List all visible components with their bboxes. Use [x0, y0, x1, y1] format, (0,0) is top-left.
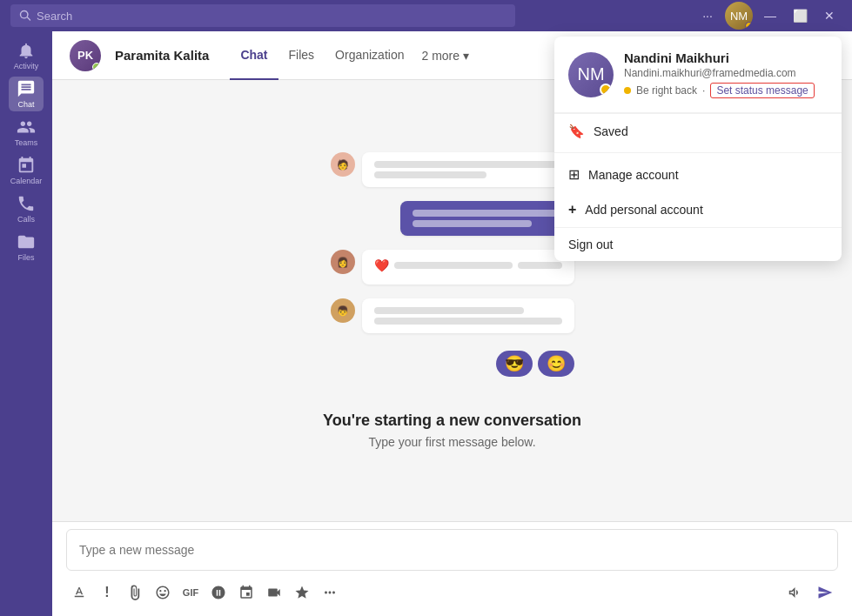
dropdown-avatar-status — [600, 84, 612, 96]
search-icon — [19, 10, 31, 22]
format-icon — [71, 585, 87, 600]
calls-icon — [17, 194, 36, 213]
dropdown-divider-2 — [554, 152, 842, 153]
user-dropdown-menu: NM Nandini Maikhuri Nandini.maikhuri@fra… — [554, 37, 842, 261]
more-actions-button[interactable] — [317, 579, 343, 606]
set-status-button[interactable]: Set status message — [710, 83, 814, 98]
tab-more-label: 2 more — [421, 49, 460, 63]
meet-button[interactable] — [261, 579, 287, 606]
bookmark-icon: 🔖 — [568, 124, 585, 139]
dropdown-user-info: Nandini Maikhuri Nandini.maikhuri@framed… — [624, 50, 828, 98]
dropdown-header: NM Nandini Maikhuri Nandini.maikhuri@fra… — [554, 37, 842, 113]
important-button[interactable]: ! — [94, 579, 120, 606]
gif-button[interactable]: GIF — [178, 579, 204, 606]
dropdown-status-text: Be right back — [636, 84, 697, 97]
dropdown-item-manage-account[interactable]: ⊞ Manage account — [554, 157, 842, 192]
dropdown-status-row: Be right back · Set status message — [624, 83, 828, 98]
illustration-bubble-1 — [362, 152, 574, 187]
attach-button[interactable] — [122, 579, 148, 606]
schedule-icon — [238, 585, 254, 600]
dropdown-user-email: Nandini.maikhuri@framedmedia.com — [624, 67, 828, 79]
send-button[interactable] — [812, 579, 838, 606]
files-icon — [17, 232, 36, 251]
chat-icon — [17, 79, 36, 98]
emoji-smiley: 😊 — [538, 351, 574, 377]
dropdown-item-add-personal-label: Add personal account — [585, 203, 702, 217]
more-options-button[interactable]: ··· — [695, 3, 720, 28]
message-input[interactable] — [79, 543, 825, 557]
chat-user-name: Paramita Kalita — [115, 48, 209, 63]
illustration-bubble-4 — [362, 298, 574, 333]
format-button[interactable] — [66, 579, 92, 606]
schedule-button[interactable] — [233, 579, 259, 606]
illustration-avatar-2: 👩 — [331, 250, 355, 274]
illustration-bubble-3: ❤️ — [362, 250, 574, 285]
sidebar-item-teams-label: Teams — [15, 138, 38, 147]
status-dot-yellow — [624, 87, 631, 94]
audio-button[interactable] — [781, 579, 807, 606]
message-toolbar: ! GIF — [66, 576, 838, 609]
sidebar-item-activity[interactable]: Activity — [9, 38, 44, 73]
new-conversation-subtext: Type your first message below. — [323, 435, 581, 449]
sticker-icon — [211, 585, 226, 600]
illustration-avatar-1: 🧑 — [331, 152, 355, 177]
sidebar-item-calendar[interactable]: Calendar — [9, 153, 44, 188]
more-actions-icon — [322, 585, 338, 600]
attach-icon — [127, 585, 143, 600]
user-online-status — [92, 63, 101, 71]
search-box[interactable] — [10, 4, 515, 27]
dropdown-user-name: Nandini Maikhuri — [624, 50, 828, 65]
dropdown-item-manage-label: Manage account — [588, 168, 679, 182]
emoji-sunglasses: 😎 — [496, 351, 533, 377]
sidebar-item-activity-label: Activity — [14, 62, 39, 70]
sidebar-item-teams[interactable]: Teams — [9, 115, 44, 150]
sidebar-item-chat-label: Chat — [17, 100, 34, 109]
title-bar: ··· NM — ⬜ ✕ — [0, 0, 852, 31]
add-personal-icon: + — [568, 202, 576, 218]
tab-files[interactable]: Files — [278, 31, 325, 80]
new-conversation-heading: You're starting a new conversation — [323, 412, 581, 430]
user-avatar-button[interactable]: NM — [725, 2, 753, 30]
important-icon: ! — [104, 585, 109, 600]
tab-more[interactable]: 2 more ▾ — [414, 31, 476, 80]
tab-chat[interactable]: Chat — [230, 31, 278, 80]
chat-user-avatar: PK — [70, 40, 101, 71]
dropdown-item-saved[interactable]: 🔖 Saved — [554, 114, 842, 149]
dropdown-user-avatar: NM — [568, 52, 614, 97]
sidebar-item-files-label: Files — [17, 253, 34, 262]
title-bar-right: ··· NM — ⬜ ✕ — [695, 2, 842, 30]
meet-icon — [266, 585, 282, 600]
message-input-box[interactable] — [66, 529, 838, 571]
audio-icon — [786, 585, 802, 600]
manage-account-icon: ⊞ — [568, 166, 580, 183]
bell-icon — [17, 41, 36, 60]
dropdown-item-sign-out-label: Sign out — [568, 238, 613, 251]
message-input-area: ! GIF — [52, 521, 852, 616]
illustration-bubble-2 — [400, 201, 574, 236]
search-input[interactable] — [37, 10, 507, 23]
tab-organization[interactable]: Organization — [325, 31, 414, 80]
minimize-button[interactable]: — — [758, 3, 782, 28]
left-sidebar: Activity Chat Teams Calendar Calls Files — [0, 31, 52, 616]
chat-tabs: Chat Files Organization 2 more ▾ — [230, 31, 476, 80]
calendar-icon — [17, 156, 36, 175]
emoji-button[interactable] — [150, 579, 176, 606]
send-area — [781, 579, 838, 606]
message-illustration: 🧑 — [331, 152, 574, 377]
dropdown-item-sign-out[interactable]: Sign out — [554, 228, 842, 261]
new-conversation-text: You're starting a new conversation Type … — [323, 412, 581, 449]
praise-button[interactable] — [289, 579, 315, 606]
maximize-button[interactable]: ⬜ — [788, 3, 812, 28]
sidebar-item-calendar-label: Calendar — [10, 177, 43, 185]
close-button[interactable]: ✕ — [817, 3, 842, 28]
sidebar-item-chat[interactable]: Chat — [9, 77, 44, 111]
sidebar-item-calls[interactable]: Calls — [9, 191, 44, 226]
sticker-button[interactable] — [205, 579, 231, 606]
teams-icon — [17, 117, 36, 137]
send-icon — [817, 585, 833, 600]
chevron-down-icon: ▾ — [463, 49, 469, 63]
emoji-icon — [155, 585, 171, 600]
sidebar-item-files[interactable]: Files — [9, 230, 44, 264]
dropdown-item-saved-label: Saved — [594, 124, 628, 138]
dropdown-item-add-personal[interactable]: + Add personal account — [554, 192, 842, 227]
